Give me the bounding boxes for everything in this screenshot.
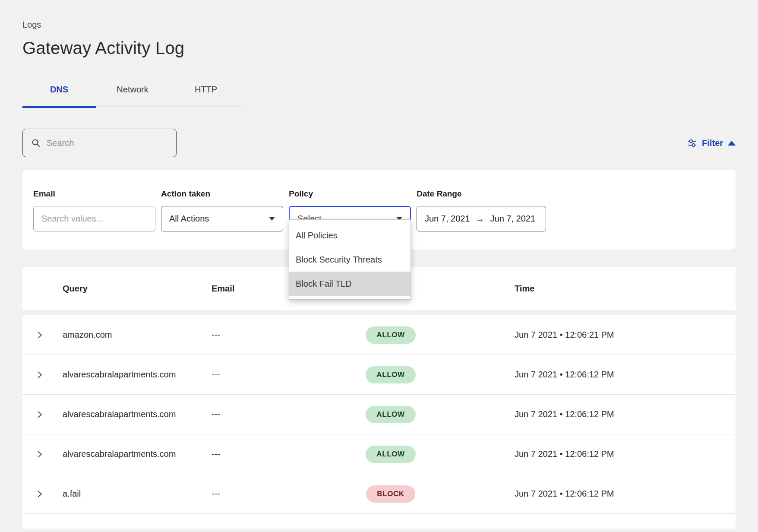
table-row: alvarescabralapartments.com --- ALLOW Ju… <box>22 395 736 434</box>
controls-row: Filter <box>22 129 736 157</box>
email-filter-field: Email <box>33 189 155 231</box>
action-badge: BLOCK <box>366 485 415 503</box>
table-body: amazon.com --- ALLOW Jun 7 2021 • 12:06:… <box>22 315 736 529</box>
query-cell: alvarescabralapartments.com <box>63 370 212 380</box>
email-cell: --- <box>212 330 347 340</box>
row-expand-chevron-icon[interactable] <box>37 370 42 379</box>
date-range-picker[interactable]: Jun 7, 2021 → Jun 7, 2021 <box>417 206 546 231</box>
log-type-tabs: DNS Network HTTP <box>22 85 243 107</box>
query-cell: a.fail <box>63 489 212 499</box>
email-cell: --- <box>212 409 347 419</box>
tab-http[interactable]: HTTP <box>169 85 243 107</box>
time-cell: Jun 7 2021 • 12:06:12 PM <box>434 449 736 459</box>
action-taken-filter-label: Action taken <box>161 189 283 199</box>
action-taken-select[interactable]: All Actions <box>161 206 283 231</box>
action-badge: ALLOW <box>366 446 415 463</box>
row-expand-chevron-icon[interactable] <box>37 450 42 459</box>
email-cell: --- <box>212 370 347 380</box>
tab-network[interactable]: Network <box>96 85 169 107</box>
header-time: Time <box>434 284 736 294</box>
query-cell: amazon.com <box>63 330 212 340</box>
action-taken-selected-value: All Actions <box>169 214 209 224</box>
page-title: Gateway Activity Log <box>22 38 736 58</box>
filter-panel: Email Action taken All Actions Policy Se… <box>22 170 736 250</box>
date-range-start: Jun 7, 2021 <box>425 214 470 224</box>
date-range-filter-label: Date Range <box>417 189 546 199</box>
tab-dns[interactable]: DNS <box>22 85 96 107</box>
filter-toggle-button[interactable]: Filter <box>687 138 736 148</box>
search-box[interactable] <box>22 129 177 157</box>
filter-toggle-label: Filter <box>702 138 723 148</box>
gateway-activity-log-page: Logs Gateway Activity Log DNS Network HT… <box>0 0 758 529</box>
policy-filter-label: Policy <box>289 189 411 199</box>
time-cell: Jun 7 2021 • 12:06:12 PM <box>434 409 736 419</box>
action-taken-filter-field: Action taken All Actions <box>161 189 283 231</box>
policy-option-all-policies[interactable]: All Policies <box>289 223 411 247</box>
date-range-filter-field: Date Range Jun 7, 2021 → Jun 7, 2021 <box>417 189 546 231</box>
table-row: alvarescabralapartments.com --- ALLOW Ju… <box>22 434 736 474</box>
policy-option-block-security-threats[interactable]: Block Security Threats <box>289 247 411 272</box>
row-expand-chevron-icon[interactable] <box>37 410 42 419</box>
activity-log-table: Query Email Time amazon.com --- ALLOW Ju… <box>22 267 736 529</box>
search-input[interactable] <box>47 138 167 148</box>
policy-option-block-fail-tld[interactable]: Block Fail TLD <box>289 272 411 296</box>
action-badge: ALLOW <box>366 326 415 344</box>
search-icon <box>32 139 40 147</box>
action-badge: ALLOW <box>366 366 415 383</box>
query-cell: alvarescabralapartments.com <box>63 409 212 419</box>
action-badge: ALLOW <box>366 406 415 423</box>
email-filter-label: Email <box>33 189 155 199</box>
row-expand-chevron-icon[interactable] <box>37 490 42 498</box>
date-range-end: Jun 7, 2021 <box>490 214 536 224</box>
email-cell: --- <box>212 449 347 459</box>
table-row: amazon.com --- ALLOW Jun 7 2021 • 12:06:… <box>22 315 736 355</box>
row-expand-chevron-icon[interactable] <box>37 331 42 339</box>
time-cell: Jun 7 2021 • 12:06:12 PM <box>434 370 736 380</box>
email-filter-input-box[interactable] <box>33 206 155 231</box>
time-cell: Jun 7 2021 • 12:06:21 PM <box>434 330 736 340</box>
header-query: Query <box>63 284 212 294</box>
right-arrow-icon: → <box>476 214 485 224</box>
chevron-down-icon <box>269 217 275 221</box>
email-filter-input[interactable] <box>41 214 147 224</box>
breadcrumb-logs[interactable]: Logs <box>22 0 736 30</box>
collapse-filters-triangle-icon <box>728 141 736 146</box>
table-row: alvarescabralapartments.com --- ALLOW Ju… <box>22 355 736 395</box>
query-cell: alvarescabralapartments.com <box>63 449 212 459</box>
table-row: a.fail --- BLOCK Jun 7 2021 • 12:06:12 P… <box>22 474 736 514</box>
email-cell: --- <box>212 489 347 499</box>
filter-sliders-icon <box>687 138 697 148</box>
policy-filter-field: Policy Select... All Policies Block Secu… <box>289 189 411 231</box>
policy-dropdown-menu: All Policies Block Security Threats Bloc… <box>289 219 411 300</box>
time-cell: Jun 7 2021 • 12:06:12 PM <box>434 489 736 499</box>
